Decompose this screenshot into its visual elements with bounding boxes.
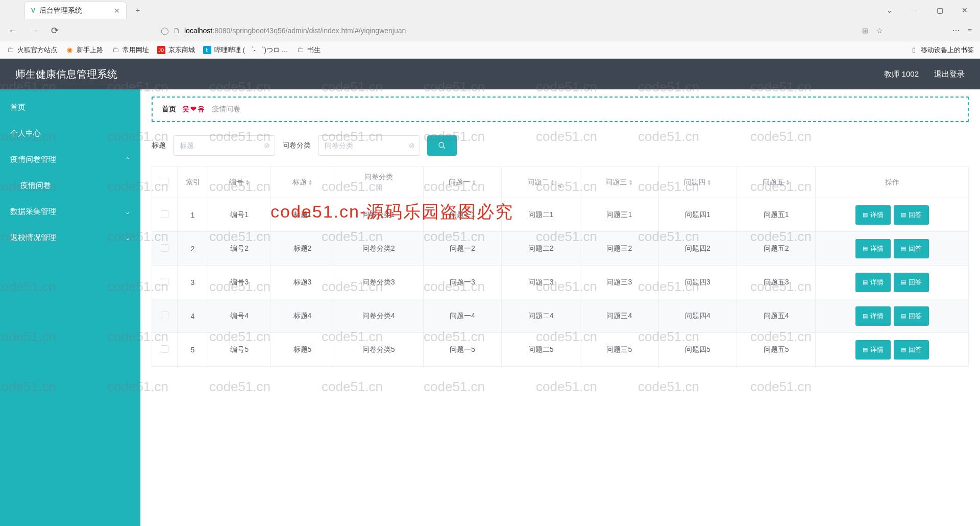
bookmark-common[interactable]: 🗀常用网址	[111, 45, 149, 55]
browser-tab[interactable]: V 后台管理系统 ✕	[24, 2, 127, 19]
document-icon: ▤	[863, 245, 868, 252]
cell-q2: 问题二3	[502, 266, 580, 299]
close-window-icon[interactable]: ✕	[960, 4, 970, 16]
bookmark-firefox[interactable]: 🗀火狐官方站点	[6, 45, 57, 55]
detail-button[interactable]: ▤详情	[855, 340, 891, 360]
folder-icon: 🗀	[296, 46, 304, 54]
back-button[interactable]: ←	[6, 23, 19, 38]
folder-icon: 🗀	[6, 46, 14, 54]
cell-code: 编号4	[208, 299, 271, 333]
breadcrumb-current: 疫情问卷	[212, 105, 240, 114]
sidebar-item-home[interactable]: 首页	[0, 94, 140, 121]
table-row: 4编号4标题4问卷分类4问题一4问题二4问题三4问题四4问题五4▤详情▤回答	[152, 299, 969, 333]
th-code[interactable]: 编号▲▼	[208, 166, 271, 198]
th-q4[interactable]: 问题四▲▼	[658, 166, 737, 198]
reload-button[interactable]: ⟳	[49, 23, 61, 38]
folder-icon: 🗀	[111, 46, 119, 54]
breadcrumb-home[interactable]: 首页	[162, 105, 176, 114]
th-q5[interactable]: 问题五▲▼	[737, 166, 816, 198]
search-button[interactable]	[427, 135, 457, 156]
lock-icon[interactable]: 🗋	[173, 27, 180, 35]
row-checkbox[interactable]	[161, 312, 168, 319]
cell-index: 5	[178, 333, 208, 367]
filter-cat-wrap: ⊘	[318, 135, 420, 156]
clear-icon[interactable]: ⊘	[409, 141, 415, 150]
sidebar-item-survey[interactable]: 疫情问卷	[0, 173, 140, 199]
document-icon: ▤	[863, 346, 868, 353]
cell-cat: 问卷分类1	[334, 198, 423, 232]
sort-icon: ▲▼	[628, 179, 633, 185]
extensions-icon[interactable]: ⋯	[952, 27, 960, 35]
sort-icon: ▲▼	[245, 179, 250, 185]
detail-button[interactable]: ▤详情	[855, 239, 891, 258]
th-title[interactable]: 标题▲▼	[271, 166, 334, 198]
th-q1[interactable]: 问题一▲▼	[423, 166, 502, 198]
table-row: 1编号1标题1问卷分类1问题一1问题二1问题三1问题四1问题五1▤详情▤回答	[152, 198, 969, 232]
detail-button[interactable]: ▤详情	[855, 205, 891, 225]
window-controls: ⌄ — ▢ ✕	[885, 4, 976, 16]
qr-icon[interactable]: ⊞	[862, 27, 868, 35]
cell-code: 编号2	[208, 232, 271, 266]
answer-button[interactable]: ▤回答	[894, 205, 929, 225]
cell-q1: 问题一1	[423, 198, 502, 232]
bookmark-jd[interactable]: JD京东商城	[157, 45, 195, 55]
url-box[interactable]: ◯ 🗋 localhost:8080/springboot43q56/admin…	[161, 27, 854, 35]
close-icon[interactable]: ✕	[114, 7, 120, 15]
bookmark-bilibili[interactable]: b哔哩哔哩 ( ゜- ゜)つロ …	[203, 45, 288, 55]
chevron-down-icon[interactable]: ⌄	[885, 4, 895, 16]
th-q2[interactable]: 问题二▲▼	[502, 166, 580, 198]
shield-icon[interactable]: ◯	[161, 27, 169, 35]
maximize-icon[interactable]: ▢	[935, 4, 945, 16]
table-row: 2编号2标题2问卷分类2问题一2问题二2问题三2问题四2问题五2▤详情▤回答	[152, 232, 969, 266]
bookmark-mobile[interactable]: ▯移动设备上的书签	[910, 45, 974, 55]
cell-q1: 问题一3	[423, 266, 502, 299]
sidebar-item-personal[interactable]: 个人中心	[0, 121, 140, 147]
cell-q2: 问题二5	[502, 333, 580, 367]
minimize-icon[interactable]: —	[909, 4, 920, 16]
filter-title-label: 标题	[152, 141, 166, 150]
answer-button[interactable]: ▤回答	[894, 273, 929, 292]
row-checkbox[interactable]	[161, 345, 168, 353]
detail-button[interactable]: ▤详情	[855, 273, 891, 292]
answer-button[interactable]: ▤回答	[894, 239, 929, 258]
cell-q4: 问题四4	[658, 299, 737, 333]
th-cat[interactable]: 问卷分类▲▼	[334, 166, 423, 198]
cell-title: 标题5	[271, 333, 334, 367]
cell-q1: 问题一4	[423, 299, 502, 333]
chevron-down-icon: ⌄	[125, 234, 130, 242]
new-tab-button[interactable]: +	[132, 4, 144, 16]
answer-button[interactable]: ▤回答	[894, 340, 929, 360]
sidebar-item-return-school[interactable]: 返校情况管理⌄	[0, 225, 140, 251]
cell-q1: 问题一5	[423, 333, 502, 367]
menu-icon[interactable]: ≡	[968, 27, 972, 35]
row-checkbox[interactable]	[161, 210, 168, 218]
clear-icon[interactable]: ⊘	[264, 141, 270, 150]
th-q3[interactable]: 问题三▲▼	[580, 166, 658, 198]
answer-button[interactable]: ▤回答	[894, 306, 929, 326]
category-input[interactable]	[318, 135, 420, 156]
document-icon: ▤	[901, 245, 906, 252]
cell-q5: 问题五4	[737, 299, 816, 333]
cell-q3: 问题三4	[580, 299, 658, 333]
sidebar-item-data-collect[interactable]: 数据采集管理⌄	[0, 199, 140, 225]
bookmark-getting-started[interactable]: ◉新手上路	[65, 45, 103, 55]
user-label[interactable]: 教师 1002	[884, 69, 919, 79]
cell-code: 编号3	[208, 266, 271, 299]
cell-op: ▤详情▤回答	[816, 266, 969, 299]
row-checkbox[interactable]	[161, 278, 168, 285]
app-header: 师生健康信息管理系统 教师 1002 退出登录	[0, 59, 980, 89]
bookmark-shusheng[interactable]: 🗀书生	[296, 45, 321, 55]
cell-index: 3	[178, 266, 208, 299]
sidebar-item-survey-mgmt[interactable]: 疫情问卷管理⌃	[0, 147, 140, 173]
bookmark-bar: 🗀火狐官方站点 ◉新手上路 🗀常用网址 JD京东商城 b哔哩哔哩 ( ゜- ゜)…	[0, 41, 980, 58]
cell-title: 标题2	[271, 232, 334, 266]
cell-op: ▤详情▤回答	[816, 232, 969, 266]
forward-button[interactable]: →	[28, 23, 41, 38]
star-icon[interactable]: ☆	[876, 27, 883, 35]
logout-button[interactable]: 退出登录	[934, 69, 965, 79]
row-checkbox[interactable]	[161, 244, 168, 252]
filter-title-wrap: ⊘	[173, 135, 275, 156]
select-all-checkbox[interactable]	[161, 178, 168, 185]
title-input[interactable]	[173, 135, 275, 156]
detail-button[interactable]: ▤详情	[855, 306, 891, 326]
